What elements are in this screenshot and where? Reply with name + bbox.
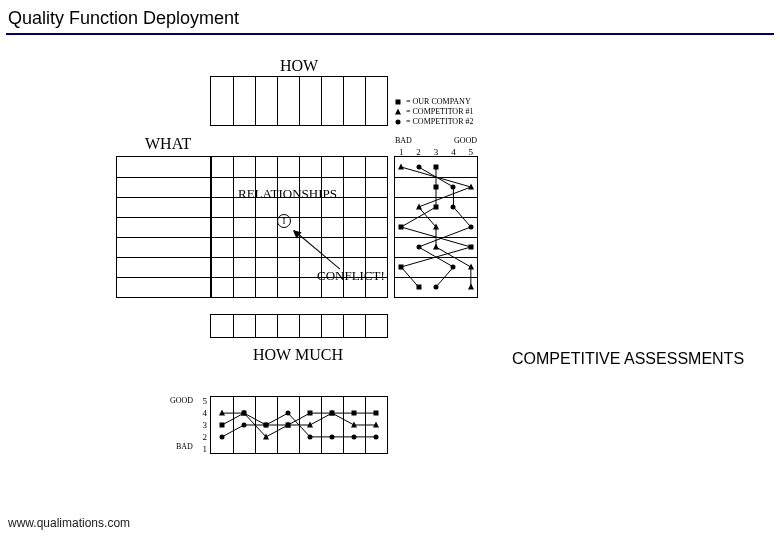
- bad-label: BAD: [395, 136, 412, 145]
- axis-tick: 3: [434, 147, 439, 157]
- relationships-label: RELATIONSHIPS: [238, 186, 337, 202]
- grid-line: [233, 315, 234, 337]
- axis-tick: 5: [469, 147, 474, 157]
- circle-icon: [264, 423, 269, 428]
- how-much-panel: [210, 314, 388, 338]
- grid-line: [211, 177, 387, 178]
- circle-icon: [434, 285, 439, 290]
- competitive-assessments-label: COMPETITIVE ASSESSMENTS: [512, 350, 744, 368]
- circle-icon: [308, 434, 313, 439]
- grid-line: [117, 197, 211, 198]
- grid-line: [321, 77, 322, 125]
- circle-icon: [451, 205, 456, 210]
- circle-icon: [242, 423, 247, 428]
- circle-icon: [352, 434, 357, 439]
- how-panel: [210, 76, 388, 126]
- legend-row-label: = OUR COMPANY: [406, 97, 471, 106]
- grid-line: [343, 77, 344, 125]
- grid-line: [255, 157, 256, 297]
- grid-line: [211, 237, 387, 238]
- grid-line: [117, 277, 211, 278]
- title-underline: [6, 33, 774, 35]
- grid-line: [299, 77, 300, 125]
- legend-row-label: = COMPETITOR #1: [406, 107, 473, 116]
- grid-line: [365, 77, 366, 125]
- axis-tick: 1: [399, 147, 404, 157]
- grid-line: [277, 157, 278, 297]
- circle-icon: [220, 434, 225, 439]
- circle-icon: [286, 411, 291, 416]
- circle-icon: [396, 120, 401, 125]
- circle-icon: [416, 245, 421, 250]
- grid-line: [277, 77, 278, 125]
- circle-icon: [451, 265, 456, 270]
- circle-icon: [330, 434, 335, 439]
- grid-line: [211, 257, 387, 258]
- axis-tick: 2: [197, 432, 207, 442]
- bad-label: BAD: [176, 442, 193, 451]
- how-much-label: HOW MUCH: [253, 346, 343, 364]
- grid-line: [321, 315, 322, 337]
- chart-series-line: [211, 397, 387, 453]
- conflict-symbol-text: I: [283, 216, 286, 226]
- grid-line: [117, 237, 211, 238]
- legend-row-label: = COMPETITOR #2: [406, 117, 473, 126]
- good-label: GOOD: [454, 136, 477, 145]
- grid-line: [255, 315, 256, 337]
- axis-tick: 4: [451, 147, 456, 157]
- chart-series-line: [395, 157, 477, 297]
- grid-line: [365, 315, 366, 337]
- grid-line: [277, 315, 278, 337]
- grid-line: [255, 77, 256, 125]
- page-title: Quality Function Deployment: [0, 0, 780, 33]
- grid-line: [117, 177, 211, 178]
- grid-line: [299, 315, 300, 337]
- grid-line: [117, 217, 211, 218]
- axis-tick: 5: [197, 396, 207, 406]
- footer-url: www.qualimations.com: [8, 516, 130, 530]
- grid-line: [299, 157, 300, 297]
- axis-tick: 1: [197, 444, 207, 454]
- circle-icon: [374, 434, 379, 439]
- grid-line: [233, 157, 234, 297]
- square-icon: [396, 100, 401, 105]
- conflict-symbol: I: [277, 214, 291, 228]
- grid-line: [211, 217, 387, 218]
- conflict-label: CONFLICT!: [317, 268, 385, 284]
- bottom-chart-panel: 54321: [210, 396, 388, 454]
- axis-tick: 4: [197, 408, 207, 418]
- circle-icon: [468, 225, 473, 230]
- circle-icon: [451, 185, 456, 190]
- axis-tick: 3: [197, 420, 207, 430]
- how-label: HOW: [280, 57, 318, 75]
- grid-line: [343, 315, 344, 337]
- grid-line: [117, 257, 211, 258]
- triangle-icon: [395, 108, 401, 114]
- axis-tick: 2: [416, 147, 421, 157]
- good-label: GOOD: [170, 396, 193, 405]
- circle-icon: [416, 165, 421, 170]
- what-label: WHAT: [145, 135, 191, 153]
- grid-line: [233, 77, 234, 125]
- right-chart-panel: 12345: [394, 156, 478, 298]
- what-panel: [116, 156, 212, 298]
